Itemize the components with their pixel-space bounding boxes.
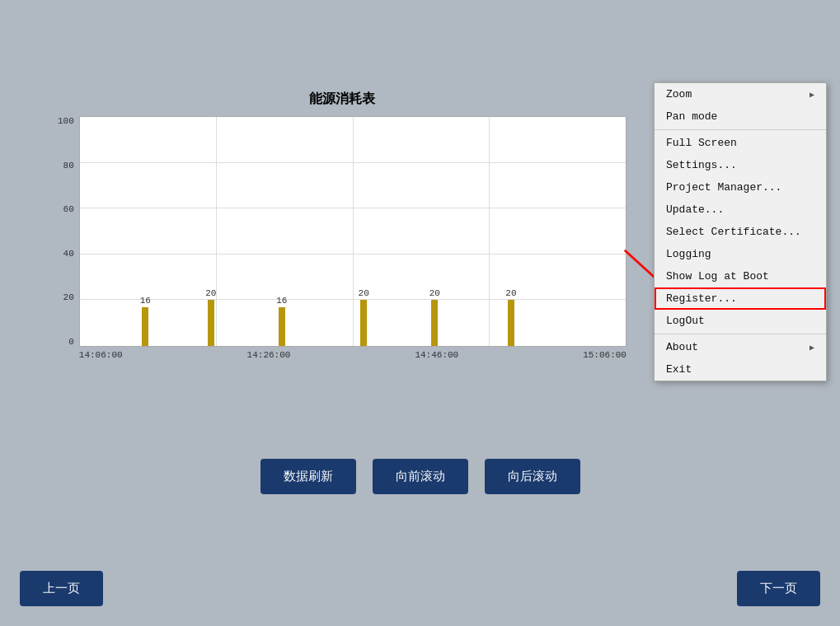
chart-container: 能源消耗表 100 80 60 40 20 0 [41, 82, 643, 376]
menu-item-logout[interactable]: LogOut [655, 310, 826, 332]
chart-grid: 16 20 16 20 20 20 [79, 116, 626, 347]
menu-label-update: Update... [666, 203, 724, 216]
bar-label-4: 20 [359, 288, 369, 300]
menu-label-exit: Exit [666, 363, 692, 376]
menu-label-logout: LogOut [666, 315, 705, 327]
y-label-0: 0 [68, 337, 74, 347]
x-axis: 14:06:00 14:26:00 14:46:00 15:06:00 [79, 350, 626, 360]
y-label-80: 80 [63, 161, 74, 171]
menu-label-about: About [666, 341, 698, 353]
bar-label-5: 20 [429, 288, 440, 300]
zoom-arrow-icon: ▶ [809, 90, 814, 100]
bar-label-3: 16 [276, 296, 287, 307]
menu-label-register: Register... [666, 292, 737, 305]
menu-label-show-log: Show Log at Boot [666, 270, 769, 283]
bar-label-1: 16 [140, 296, 151, 307]
bar-label-2: 20 [205, 288, 216, 300]
y-label-60: 60 [63, 204, 74, 214]
chart-title: 能源消耗表 [58, 91, 626, 108]
menu-item-select-cert[interactable]: Select Certificate... [655, 221, 826, 243]
menu-item-settings[interactable]: Settings... [655, 154, 826, 176]
menu-label-pan: Pan mode [666, 110, 717, 123]
prev-page-button[interactable]: 上一页 [20, 571, 103, 606]
bar-1 [142, 307, 148, 346]
bar-5 [431, 300, 438, 346]
x-label-3: 14:46:00 [415, 350, 458, 360]
menu-item-exit[interactable]: Exit [655, 358, 826, 381]
menu-item-about[interactable]: About ▶ [655, 336, 826, 358]
menu-item-show-log[interactable]: Show Log at Boot [655, 265, 826, 287]
chart-wrapper: 100 80 60 40 20 0 16 [58, 116, 626, 360]
bar-label-6: 20 [505, 288, 516, 300]
x-label-1: 14:06:00 [79, 350, 123, 360]
menu-item-zoom[interactable]: Zoom ▶ [655, 83, 826, 105]
menu-label-zoom: Zoom [666, 88, 692, 100]
v-grid-2 [353, 117, 354, 346]
menu-item-project-manager[interactable]: Project Manager... [655, 176, 826, 199]
scroll-back-button[interactable]: 向后滚动 [485, 459, 580, 494]
y-label-40: 40 [63, 249, 74, 259]
bar-2 [208, 300, 214, 346]
menu-divider-2 [655, 334, 826, 334]
menu-label-logging: Logging [666, 248, 711, 260]
x-label-4: 15:06:00 [583, 350, 626, 360]
context-menu: Zoom ▶ Pan mode Full Screen Settings... … [654, 82, 827, 381]
v-grid-3 [489, 117, 490, 346]
menu-label-fullscreen: Full Screen [666, 137, 737, 149]
menu-item-register[interactable]: Register... [655, 287, 826, 310]
refresh-button[interactable]: 数据刷新 [260, 459, 356, 494]
action-buttons-row: 数据刷新 向前滚动 向后滚动 [260, 459, 580, 494]
bar-4 [360, 300, 367, 346]
next-page-button[interactable]: 下一页 [737, 571, 820, 606]
x-label-2: 14:26:00 [247, 350, 291, 360]
bar-3 [279, 307, 285, 346]
bar-6 [508, 300, 514, 346]
y-label-20: 20 [63, 292, 74, 302]
v-grid-1 [216, 117, 217, 346]
y-axis: 100 80 60 40 20 0 [58, 116, 79, 347]
y-label-100: 100 [58, 116, 74, 126]
menu-label-project-manager: Project Manager... [666, 181, 781, 194]
menu-item-fullscreen[interactable]: Full Screen [655, 132, 826, 154]
menu-item-pan[interactable]: Pan mode [655, 105, 826, 128]
menu-label-settings: Settings... [666, 159, 737, 171]
chart-inner: 16 20 16 20 20 20 14:06:00 14:26:00 [79, 116, 626, 360]
menu-item-update[interactable]: Update... [655, 199, 826, 221]
scroll-forward-button[interactable]: 向前滚动 [373, 459, 468, 494]
menu-divider-1 [655, 129, 826, 130]
menu-item-logging[interactable]: Logging [655, 243, 826, 265]
about-arrow-icon: ▶ [809, 343, 814, 353]
menu-label-select-cert: Select Certificate... [666, 226, 801, 238]
